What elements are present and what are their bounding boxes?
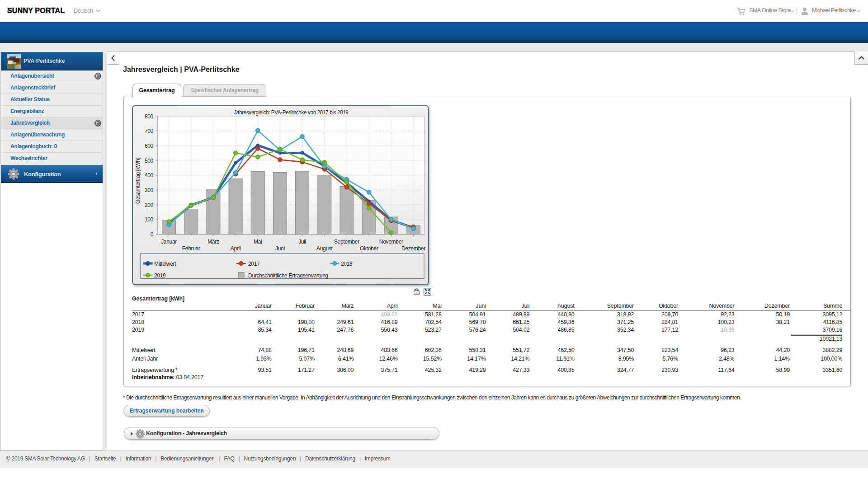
svg-text:Jahresvergleich: PVA-Perlitsch: Jahresvergleich: PVA-Perlitschke von 201… bbox=[234, 109, 349, 116]
svg-text:Februar: Februar bbox=[182, 245, 200, 252]
svg-text:800: 800 bbox=[145, 113, 154, 120]
svg-text:April: April bbox=[231, 245, 241, 252]
svg-text:August: August bbox=[316, 245, 333, 252]
svg-text:0: 0 bbox=[151, 231, 154, 238]
svg-text:2017: 2017 bbox=[248, 261, 260, 267]
svg-text:2018: 2018 bbox=[341, 261, 353, 267]
svg-text:Mai: Mai bbox=[254, 239, 262, 245]
svg-text:600: 600 bbox=[145, 143, 154, 149]
svg-text:Dezember: Dezember bbox=[401, 245, 425, 252]
svg-text:Durchschnittliche Ertragserwar: Durchschnittliche Ertragserwartung bbox=[248, 272, 328, 279]
svg-text:Mittelwert: Mittelwert bbox=[154, 261, 176, 267]
svg-text:100: 100 bbox=[145, 216, 154, 223]
svg-text:November: November bbox=[379, 239, 403, 245]
svg-text:200: 200 bbox=[145, 202, 154, 208]
svg-text:2019: 2019 bbox=[154, 272, 166, 279]
svg-text:500: 500 bbox=[145, 158, 154, 164]
svg-text:Oktober: Oktober bbox=[360, 245, 378, 252]
svg-text:Januar: Januar bbox=[161, 239, 177, 245]
svg-text:700: 700 bbox=[145, 128, 154, 134]
svg-text:März: März bbox=[208, 239, 219, 245]
svg-text:September: September bbox=[334, 239, 359, 245]
svg-text:Gesamtertrag [kWh]: Gesamtertrag [kWh] bbox=[135, 158, 141, 204]
svg-text:Juni: Juni bbox=[275, 245, 285, 252]
svg-text:400: 400 bbox=[145, 172, 154, 178]
svg-text:300: 300 bbox=[145, 187, 154, 193]
svg-text:Juli: Juli bbox=[298, 239, 306, 245]
